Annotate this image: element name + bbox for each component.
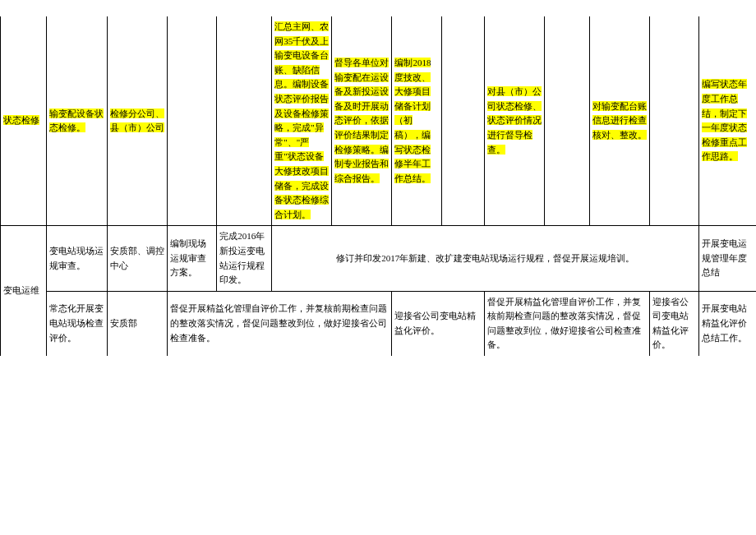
cell-task: 对县（市）公司状态检修、状态评价情况进行督导检查。 [485,16,545,226]
text-hl: 对县（市）公司状态检修、状态评价情况进行督导检查。 [487,86,542,154]
text-hl: 编制2018度技改、大修项目储备计划（初稿），编写状态检修半年工作总结。 [394,58,431,183]
cell-task: 编制2018度技改、大修项目储备计划（初稿），编写状态检修半年工作总结。 [392,16,442,226]
cell-task: 开展变电站精益化评价总结工作。 [699,291,756,356]
cell-empty [442,16,485,226]
cell-task: 汇总主网、农网35千伏及上输变电设备台账、缺陷信息。编制设备状态评价报告及设备检… [272,16,332,226]
text-hl: 检修分公司、县（市）公司 [110,108,164,133]
schedule-table: 状态检修 输变配设备状态检修。 检修分公司、县（市）公司 汇总主网、农网35千伏… [0,16,756,356]
cell-category: 变电运维 [1,226,47,356]
cell-task: 迎接省公司变电站精益化评价。 [649,291,699,356]
cell-task: 编写状态年度工作总结，制定下一年度状态检修重点工作思路。 [699,16,756,226]
cell-task: 对输变配台账信息进行检查核对、整改。 [589,16,649,226]
cell-task: 常态化开展变电站现场检查评价。 [47,291,107,356]
cell-task: 完成2016年新投运变电站运行规程印发。 [217,226,272,291]
cell-task: 开展变电运规管理年度总结 [699,226,756,291]
cell-empty [167,16,217,226]
text-hl: 督导各单位对输变配在运设备及新投运设备及时开展动态评价，依据评价结果制定检修策略… [334,58,389,183]
text-hl: 输变配设备状态检修。 [49,108,104,133]
text-hl: 对输变配台账信息进行检查核对、整改。 [592,101,647,140]
cell-task: 变电站现场运规审查。 [47,226,107,291]
cell-task: 编制现场运规审查方案。 [167,226,217,291]
cell-dept: 检修分公司、县（市）公司 [107,16,167,226]
cell-task-span: 督促开展精益化管理自评价工作，并复核前期检查问题的整改落实情况，督促问题整改到位… [485,291,650,356]
table-row: 状态检修 输变配设备状态检修。 检修分公司、县（市）公司 汇总主网、农网35千伏… [1,16,757,226]
cell-empty [649,16,699,226]
cell-empty [545,16,589,226]
table-row: 变电运维 变电站现场运规审查。 安质部、调控中心 编制现场运规审查方案。 完成2… [1,226,757,291]
cell-task: 输变配设备状态检修。 [47,16,107,226]
cell-dept: 安质部 [107,291,167,356]
cell-task-span: 督促开展精益化管理自评价工作，并复核前期检查问题的整改落实情况，督促问题整改到位… [167,291,392,356]
cell-empty [217,16,272,226]
cell-dept: 安质部、调控中心 [107,226,167,291]
cell-category: 状态检修 [1,16,47,226]
text-hl: 编写状态年度工作总结，制定下一年度状态检修重点工作思路。 [702,79,747,161]
text-hl: 汇总主网、农网35千伏及上输变电设备台账、缺陷信息。编制设备状态评价报告及设备检… [274,21,329,219]
table-row: 常态化开展变电站现场检查评价。 安质部 督促开展精益化管理自评价工作，并复核前期… [1,291,757,356]
cell-task: 督导各单位对输变配在运设备及新投运设备及时开展动态评价，依据评价结果制定检修策略… [332,16,392,226]
cell-task-span: 迎接省公司变电站精益化评价。 [392,291,485,356]
cell-task-span: 修订并印发2017年新建、改扩建变电站现场运行规程，督促开展运规培训。 [272,226,699,291]
text-hl: 状态检修 [3,115,39,125]
